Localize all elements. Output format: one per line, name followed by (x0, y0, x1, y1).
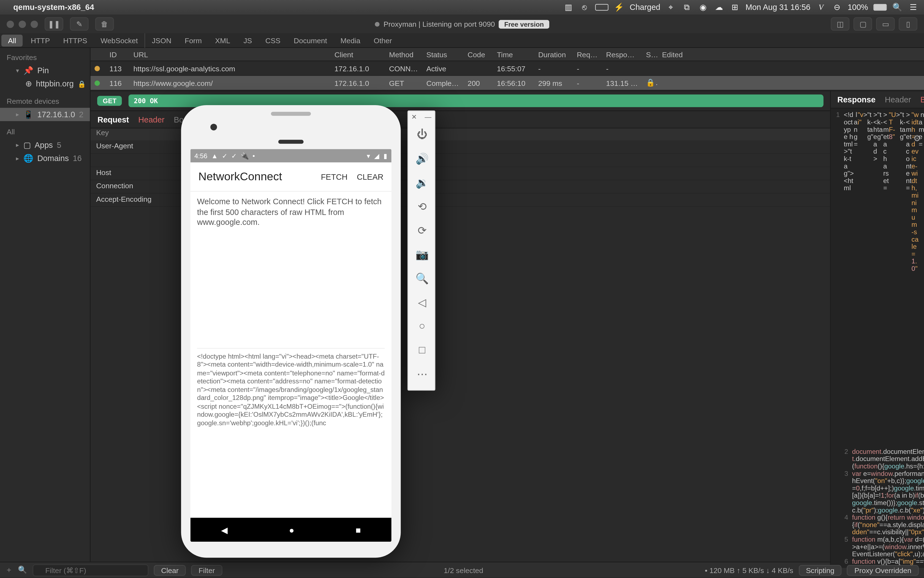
response-pane: Response Header Body Raw HTML ⇅ 1<!docty… (831, 91, 924, 568)
emulator-overview-button[interactable]: □ (408, 338, 436, 362)
table-header-code[interactable]: Code (464, 50, 493, 58)
emulator-rotate-right-button[interactable]: ⟳ (408, 218, 436, 242)
minimize-window-button[interactable] (19, 20, 26, 28)
layout-4-button[interactable]: ▯ (899, 17, 918, 31)
layout-2-button[interactable]: ▢ (854, 17, 872, 31)
filter-tab-document[interactable]: Document (287, 33, 334, 48)
apps-label: Apps (35, 140, 53, 150)
pause-button[interactable]: ❚❚ (45, 17, 63, 31)
table-cell: 116 (106, 79, 129, 87)
tab-response[interactable]: Response (837, 95, 875, 104)
emulator-zoom-button[interactable]: 🔍 (408, 266, 436, 290)
filter-button[interactable]: Filter (192, 565, 222, 576)
nav-overview-button[interactable]: ■ (356, 525, 361, 535)
filter-tab-other[interactable]: Other (367, 33, 399, 48)
tab-response-body[interactable]: Body (921, 95, 924, 104)
disclosure-icon[interactable]: ▸ (16, 111, 19, 118)
filter-tab-http[interactable]: HTTP (24, 33, 57, 48)
clear-button[interactable]: Clear (154, 565, 186, 576)
control-center-icon[interactable]: ☰ (908, 2, 919, 13)
app-name[interactable]: qemu-system-x86_64 (13, 3, 94, 12)
clear-button[interactable]: CLEAR (357, 172, 383, 181)
filter-tab-https[interactable]: HTTPS (57, 33, 94, 48)
window-titlebar: ❚❚ ✎ 🗑 Proxyman | Listening on port 9090… (0, 15, 924, 33)
battery-menu-icon[interactable] (595, 4, 608, 11)
table-header-duration[interactable]: Duration (534, 50, 573, 58)
sidebar-domains-item[interactable]: ▸ 🌐 Domains 16 (0, 152, 90, 165)
cloud-icon[interactable]: ☁ (714, 2, 724, 13)
filter-tab-websocket[interactable]: WebSocket (94, 33, 145, 48)
layout-1-button[interactable]: ◫ (831, 17, 850, 31)
filter-tab-js[interactable]: JS (237, 33, 258, 48)
spotlight-icon[interactable]: 🔍 (892, 2, 903, 13)
sidebar-pin-item[interactable]: ⊕ httpbin.org 🔒 (0, 77, 90, 90)
table-header-edited[interactable]: Edited (658, 50, 691, 58)
dropbox-icon[interactable]: ⧉ (682, 2, 692, 13)
tab-request-header[interactable]: Header (138, 115, 164, 124)
table-header-id[interactable]: ID (106, 50, 129, 58)
emulator-volume-down-button[interactable]: 🔉 (408, 170, 436, 194)
filter-tab-media[interactable]: Media (334, 33, 367, 48)
letter-v-icon[interactable]: V (816, 2, 827, 13)
sidebar-apps-item[interactable]: ▸ ▢ Apps 5 (0, 138, 90, 152)
table-header-ssl[interactable]: SSL (642, 50, 658, 58)
table-header-url[interactable]: URL (129, 50, 330, 58)
emulator-minimize-button[interactable]: — (425, 113, 432, 120)
nav-back-button[interactable]: ◀ (221, 525, 228, 535)
settings-gear-icon[interactable]: ⚙ (913, 133, 921, 143)
bluetooth-icon[interactable]: ⌖ (666, 2, 677, 13)
disclosure-icon[interactable]: ▾ (16, 67, 19, 74)
table-header-method[interactable]: Method (385, 50, 422, 58)
tab-request[interactable]: Request (97, 115, 129, 124)
emulator-camera-button[interactable]: 📷 (408, 242, 436, 266)
emulator-power-button[interactable]: ⏻ (408, 122, 436, 146)
wifi-icon[interactable]: ⊖ (832, 2, 843, 13)
tray-icon-1[interactable]: ▥ (563, 2, 574, 13)
table-header-time[interactable]: Time (493, 50, 534, 58)
emulator-home-button[interactable]: ○ (408, 314, 436, 338)
layout-3-button[interactable]: ▭ (876, 17, 895, 31)
battery-icon[interactable] (873, 4, 887, 11)
filter-tab-css[interactable]: CSS (259, 33, 287, 48)
onedrive-icon[interactable]: ◉ (698, 2, 708, 13)
response-code-view[interactable]: 1<!doctype html>"tk-tag"><html lang="vi"… (831, 109, 924, 568)
emulator-volume-up-button[interactable]: 🔊 (408, 146, 436, 170)
emulator-close-button[interactable]: ✕ (411, 113, 417, 120)
close-window-button[interactable] (6, 20, 14, 28)
filter-tab-xml[interactable]: XML (208, 33, 237, 48)
add-button[interactable]: ＋ (5, 565, 13, 575)
status-check-icon-2: ✓ (231, 152, 237, 159)
emulator-rotate-left-button[interactable]: ⟲ (408, 194, 436, 218)
proxy-button[interactable]: Proxy Overridden (847, 565, 919, 576)
table-cell: Active (422, 64, 464, 72)
globe-icon: ⊕ (25, 79, 32, 89)
trash-button[interactable]: 🗑 (95, 17, 114, 31)
clock[interactable]: Mon Aug 31 16:56 (745, 3, 810, 12)
fullscreen-window-button[interactable] (31, 20, 38, 28)
grid-icon[interactable]: ⊞ (730, 2, 740, 13)
tab-response-header[interactable]: Header (885, 95, 911, 104)
filter-tab-all[interactable]: All (2, 34, 23, 47)
emulator-more-button[interactable]: ⋯ (408, 362, 436, 386)
filter-tab-form[interactable]: Form (178, 33, 208, 48)
emulator-back-button[interactable]: ◁ (408, 290, 436, 314)
disclosure-icon[interactable]: ▸ (16, 142, 19, 148)
table-header-status[interactable]: Status (422, 50, 464, 58)
table-cell: Completed (422, 79, 464, 87)
scripting-button[interactable]: Scripting (799, 565, 842, 576)
table-header-response[interactable]: Response (602, 50, 642, 58)
sidebar-remote-item[interactable]: ▸ 📱 172.16.1.0 2 (0, 108, 90, 121)
table-row[interactable]: 116https://www.google.com/172.16.1.0GETC… (91, 76, 924, 91)
table-header-request[interactable]: Request (573, 50, 602, 58)
fetch-button[interactable]: FETCH (321, 172, 348, 181)
filter-input[interactable] (32, 564, 148, 576)
disclosure-icon[interactable]: ▸ (16, 155, 19, 162)
filter-tab-json[interactable]: JSON (145, 33, 178, 48)
sidebar-pin-group[interactable]: ▾ 📌 Pin (0, 64, 90, 77)
compose-button[interactable]: ✎ (70, 17, 89, 31)
nav-home-button[interactable]: ● (289, 525, 294, 535)
table-header-client[interactable]: Client (330, 50, 385, 58)
table-cell (91, 79, 106, 87)
tray-icon-2[interactable]: ⎋ (579, 2, 590, 13)
table-row[interactable]: 113https://ssl.google-analytics.com172.1… (91, 61, 924, 76)
